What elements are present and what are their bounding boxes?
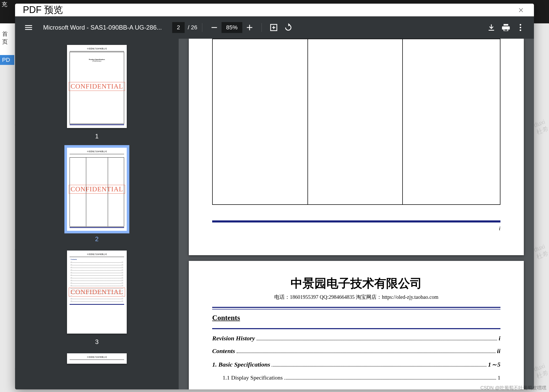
document-title: Microsoft Word - SAS1-090BB-A UG-286... bbox=[43, 24, 162, 31]
fit-page-button[interactable] bbox=[266, 20, 281, 35]
dialog-title: PDF 预览 bbox=[23, 4, 63, 16]
page-3-content: 中景园电子技术有限公司 电话：18601955397 QQ:2984664835… bbox=[189, 261, 524, 389]
thumbnail-item[interactable]: 中景园电子技术有限公司 Product Specification (Preli… bbox=[15, 45, 179, 140]
thumbnail-panel[interactable]: 中景园电子技术有限公司 Product Specification (Preli… bbox=[15, 39, 179, 389]
toc-dots bbox=[237, 353, 496, 353]
toc-page: ii bbox=[497, 348, 500, 355]
thumbnail-page-1: 中景园电子技术有限公司 Product Specification (Preli… bbox=[67, 45, 127, 128]
pdf-body: 中景园电子技术有限公司 Product Specification (Preli… bbox=[15, 39, 534, 389]
page-number-input[interactable] bbox=[172, 22, 185, 33]
minus-icon bbox=[210, 23, 219, 32]
bg-side-tabs: 首页 PD bbox=[0, 23, 14, 57]
contents-heading: Contents bbox=[212, 314, 500, 322]
toc-row: 1. Basic Specifications 1～5 bbox=[212, 360, 500, 369]
download-icon bbox=[487, 23, 496, 32]
page-view-area[interactable]: i 中景园电子技术有限公司 电话：18601955397 QQ:29846648… bbox=[179, 39, 534, 389]
rotate-button[interactable] bbox=[281, 20, 296, 35]
toc-label: Revision History bbox=[212, 335, 255, 342]
rotate-icon bbox=[284, 23, 293, 32]
toc-page: 1 bbox=[498, 374, 500, 381]
pdf-viewer: Microsoft Word - SAS1-090BB-A UG-286... … bbox=[15, 16, 534, 389]
thumbnail-number: 3 bbox=[95, 338, 98, 346]
company-contact: 电话：18601955397 QQ:2984664835 淘宝网店：https:… bbox=[212, 294, 500, 301]
thumbnail-item[interactable]: 中景园电子技术有限公司 bbox=[15, 353, 179, 364]
more-vert-icon bbox=[516, 23, 525, 32]
menu-icon bbox=[24, 23, 33, 32]
toc-dots bbox=[257, 340, 497, 340]
toolbar-divider bbox=[202, 23, 202, 32]
toc-label: Contents bbox=[212, 348, 235, 355]
dialog-header: PDF 预览 bbox=[15, 4, 534, 16]
thumbnail-page-2: 中景园电子技术有限公司 CONFIDENTIAL bbox=[67, 148, 127, 231]
toc-dots bbox=[284, 379, 496, 380]
close-icon bbox=[518, 7, 524, 13]
toc-dots bbox=[272, 366, 486, 367]
thumbnail-item[interactable]: 中景园电子技术有限公司 CONFIDENTIAL 2 bbox=[15, 148, 179, 243]
thumb-spec-sub: (Preliminary) bbox=[92, 60, 101, 62]
thumb-header: 中景园电子技术有限公司 bbox=[70, 150, 124, 153]
zoom-input[interactable] bbox=[222, 22, 242, 33]
zoom-in-button[interactable] bbox=[242, 20, 257, 35]
svg-point-0 bbox=[520, 24, 521, 26]
print-button[interactable] bbox=[499, 20, 513, 35]
thumbnail-item[interactable]: 中景园电子技术有限公司 Contents —— —— —— —— —— —— —… bbox=[15, 251, 179, 346]
toc-label: 1. Basic Specifications bbox=[212, 361, 270, 368]
svg-point-2 bbox=[520, 30, 521, 31]
page-number-i: i bbox=[499, 225, 500, 232]
more-menu-button[interactable] bbox=[513, 20, 528, 35]
bg-pdf-tab[interactable]: PD bbox=[0, 55, 14, 65]
plus-icon bbox=[245, 23, 254, 32]
thumbnail-page-3: 中景园电子技术有限公司 Contents —— —— —— —— —— —— —… bbox=[67, 251, 127, 334]
thumbnail-number: 2 bbox=[95, 235, 98, 243]
thumb-header: 中景园电子技术有限公司 bbox=[70, 253, 124, 256]
confidential-stamp: CONFIDENTIAL bbox=[69, 185, 125, 194]
fit-page-icon bbox=[269, 23, 278, 32]
page-2-table bbox=[212, 39, 500, 205]
company-name: 中景园电子技术有限公司 bbox=[212, 275, 500, 292]
bg-partial-text: 充 bbox=[2, 1, 7, 8]
dialog-close-button[interactable] bbox=[516, 5, 526, 15]
thumb-header: 中景园电子技术有限公司 bbox=[70, 48, 124, 50]
pdf-preview-dialog: PDF 预览 Microsoft Word - SAS1-090BB-A UG-… bbox=[15, 4, 534, 389]
confidential-stamp: CONFIDENTIAL bbox=[69, 82, 125, 91]
zoom-out-button[interactable] bbox=[207, 20, 222, 35]
svg-point-1 bbox=[520, 27, 521, 28]
toc-label: 1.1 Display Specifications bbox=[223, 374, 283, 381]
download-button[interactable] bbox=[484, 20, 499, 35]
toolbar-divider bbox=[262, 23, 262, 32]
toc-row: Revision History i bbox=[212, 335, 500, 342]
page-total-label: / 26 bbox=[188, 24, 197, 31]
confidential-stamp: CONFIDENTIAL bbox=[69, 288, 125, 296]
contents-underline bbox=[212, 328, 500, 329]
csdn-watermark: CSDN @吃葡萄不吐葡萄皮嘿嘿 bbox=[478, 384, 549, 392]
toc-row: 1.1 Display Specifications 1 bbox=[212, 374, 500, 381]
toc-page: i bbox=[499, 335, 500, 342]
pdf-toolbar: Microsoft Word - SAS1-090BB-A UG-286... … bbox=[15, 16, 534, 39]
print-icon bbox=[501, 23, 511, 32]
toc-page: 1～5 bbox=[488, 360, 500, 369]
header-rule bbox=[212, 307, 500, 309]
thumbnail-page-4: 中景园电子技术有限公司 bbox=[67, 353, 127, 364]
toc-row: Contents ii bbox=[212, 348, 500, 355]
thumbnail-number: 1 bbox=[95, 133, 98, 140]
sidebar-toggle-button[interactable] bbox=[21, 20, 36, 35]
bg-home-tab[interactable]: 首页 bbox=[0, 29, 14, 47]
page-2-bottom-rule bbox=[212, 220, 500, 222]
page-2-content: i bbox=[189, 39, 524, 255]
thumb-header: 中景园电子技术有限公司 bbox=[70, 356, 124, 359]
